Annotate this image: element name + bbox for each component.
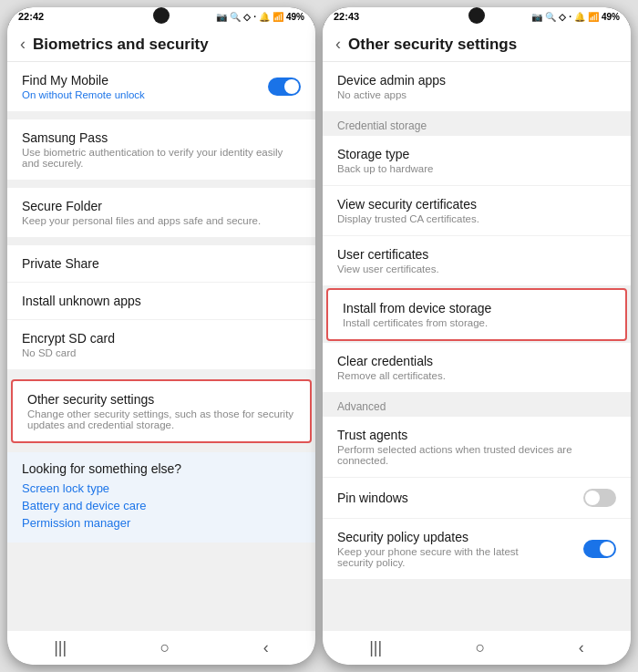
nav-bar-left: ||| ○ ‹ [7,631,315,665]
gap-2 [7,181,315,188]
setting-title: Install from device storage [343,301,611,315]
status-icons-left: 📷 🔍 ◇ · 🔔 📶 49% [216,12,304,22]
setting-sub: Back up to hardware [337,163,616,174]
toggle-security-policy[interactable] [583,540,616,558]
nav-back-right[interactable]: ‹ [579,638,584,657]
setting-title: Trust agents [337,428,616,442]
status-bar-right: 22:43 📷 🔍 ◇ · 🔔 📶 49% [323,7,631,26]
scroll-area-right: Device admin apps No active apps Credent… [323,62,631,631]
setting-other-security[interactable]: Other security settings Change other sec… [11,379,312,443]
gap-1 [7,112,315,119]
setting-pin-windows[interactable]: Pin windows [323,478,631,519]
setting-sub: Remove all certificates. [337,370,616,381]
phone-right: 22:43 📷 🔍 ◇ · 🔔 📶 49% ‹ Other security s… [323,7,631,665]
section-label-advanced: Advanced [323,393,631,417]
nav-home-right[interactable]: ○ [476,638,486,657]
setting-title: Other security settings [27,392,295,407]
setting-title: User certificates [337,247,616,262]
status-bar-left: 22:42 📷 🔍 ◇ · 🔔 📶 49% [7,7,315,26]
setting-sub: Keep your phone secure with the latest s… [337,546,538,568]
setting-find-my-mobile[interactable]: Find My Mobile On without Remote unlock [7,62,315,112]
setting-title: Security policy updates [337,530,538,544]
setting-sub: Keep your personal files and apps safe a… [22,215,301,226]
setting-sub: On without Remote unlock [22,89,145,100]
gap-3 [7,238,315,245]
setting-title: Storage type [337,147,616,161]
setting-title: Secure Folder [22,199,301,213]
setting-sub: Display trusted CA certificates. [337,213,616,224]
toggle-find-my-mobile[interactable] [268,78,301,96]
nav-home-left[interactable]: ○ [160,638,170,657]
setting-sub: Perform selected actions when trusted de… [337,444,616,466]
nav-bar-right: ||| ○ ‹ [323,631,631,665]
section-label-credential: Credential storage [323,112,631,136]
toggle-pin-windows[interactable] [583,489,616,507]
link-screen-lock[interactable]: Screen lock type [22,481,301,495]
nav-recent-left[interactable]: ||| [54,638,67,657]
setting-sub: Install certificates from storage. [343,317,611,328]
setting-samsung-pass[interactable]: Samsung Pass Use biometric authenticatio… [7,119,315,181]
setting-sub: Use biometric authentication to verify y… [22,147,301,169]
header-left: ‹ Biometrics and security [7,26,315,62]
setting-title: Encrypt SD card [22,331,301,346]
setting-title: Pin windows [337,491,408,505]
header-right: ‹ Other security settings [323,26,631,62]
link-permission[interactable]: Permission manager [22,516,301,530]
setting-trust-agents[interactable]: Trust agents Perform selected actions wh… [323,417,631,478]
screen-right: ‹ Other security settings Device admin a… [323,26,631,665]
status-icons-right: 📷 🔍 ◇ · 🔔 📶 49% [531,12,620,22]
screen-left: ‹ Biometrics and security Find My Mobile… [7,26,315,665]
setting-device-admin[interactable]: Device admin apps No active apps [323,62,631,112]
setting-title: View security certificates [337,197,616,212]
setting-title: Device admin apps [337,73,616,88]
back-button-right[interactable]: ‹ [335,35,341,54]
time-right: 22:43 [334,11,359,22]
setting-sub: View user certificates. [337,264,616,274]
scroll-area-left: Find My Mobile On without Remote unlock … [7,62,315,631]
setting-sub: Change other security settings, such as … [27,408,295,430]
nav-back-left[interactable]: ‹ [263,638,269,657]
page-title-right: Other security settings [348,36,517,54]
back-button-left[interactable]: ‹ [20,35,26,54]
setting-sub: No SD card [22,347,301,358]
setting-install-unknown[interactable]: Install unknown apps [7,283,315,320]
setting-title: Samsung Pass [22,130,301,145]
setting-secure-folder[interactable]: Secure Folder Keep your personal files a… [7,188,315,238]
setting-install-from-storage[interactable]: Install from device storage Install cert… [326,288,627,341]
camera-notch-left [153,7,170,24]
time-left: 22:42 [18,11,44,22]
suggestion-title: Looking for something else? [22,461,301,476]
setting-storage-type[interactable]: Storage type Back up to hardware [323,136,631,186]
setting-private-share[interactable]: Private Share [7,245,315,283]
suggestion-box: Looking for something else? Screen lock … [7,452,315,543]
setting-clear-credentials[interactable]: Clear credentials Remove all certificate… [323,343,631,393]
phone-left: 22:42 📷 🔍 ◇ · 🔔 📶 49% ‹ Biometrics and s… [7,7,315,665]
gap-5 [7,445,315,452]
page-title-left: Biometrics and security [33,36,209,54]
setting-title: Clear credentials [337,354,616,368]
setting-encrypt-sd[interactable]: Encrypt SD card No SD card [7,320,315,370]
setting-title: Install unknown apps [22,294,301,308]
setting-title: Private Share [22,256,301,271]
setting-title: Find My Mobile [22,73,145,88]
setting-view-security-certs[interactable]: View security certificates Display trust… [323,186,631,236]
setting-sub: No active apps [337,89,616,100]
camera-notch-right [468,7,485,24]
nav-recent-right[interactable]: ||| [369,638,382,657]
link-battery[interactable]: Battery and device care [22,499,301,512]
setting-security-policy[interactable]: Security policy updates Keep your phone … [323,519,631,580]
setting-user-certs[interactable]: User certificates View user certificates… [323,236,631,286]
gap-4 [7,370,315,377]
